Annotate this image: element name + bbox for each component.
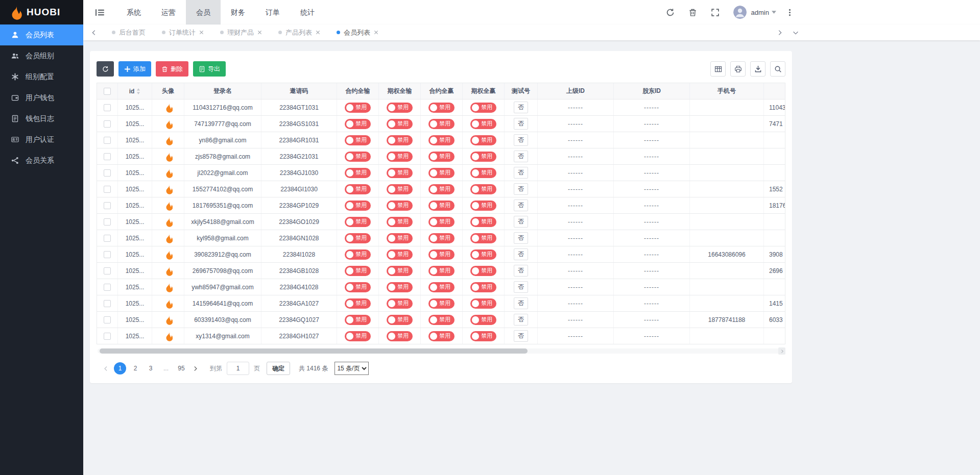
more-options-icon[interactable] xyxy=(785,8,794,17)
status-badge[interactable]: 禁用 xyxy=(345,184,371,194)
status-badge[interactable]: 禁用 xyxy=(428,152,455,162)
add-button[interactable]: 添加 xyxy=(118,61,151,77)
status-badge[interactable]: 禁用 xyxy=(428,266,455,276)
select-all-checkbox[interactable] xyxy=(104,88,111,95)
status-badge[interactable]: 禁用 xyxy=(428,119,455,129)
status-badge[interactable]: 禁用 xyxy=(470,184,496,194)
status-badge[interactable]: 禁用 xyxy=(428,331,455,341)
row-checkbox[interactable] xyxy=(104,186,111,193)
status-badge[interactable]: 禁用 xyxy=(387,266,413,276)
status-badge[interactable]: 禁用 xyxy=(428,135,455,145)
status-badge[interactable]: 禁用 xyxy=(428,315,455,325)
test-flag-button[interactable]: 否 xyxy=(514,330,528,342)
download-button[interactable] xyxy=(750,61,766,77)
scrollbar-thumb[interactable] xyxy=(100,348,528,354)
topnav-item-6[interactable]: 统计 xyxy=(290,0,325,24)
status-badge[interactable]: 禁用 xyxy=(345,331,371,341)
status-badge[interactable]: 禁用 xyxy=(470,331,496,341)
row-checkbox[interactable] xyxy=(104,316,111,323)
row-checkbox[interactable] xyxy=(104,300,111,307)
sidebar-item-1[interactable]: 会员列表 xyxy=(0,24,83,45)
status-badge[interactable]: 禁用 xyxy=(345,249,371,260)
tab-2[interactable]: 订单统计 xyxy=(154,24,212,40)
tab-3[interactable]: 理财产品 xyxy=(212,24,270,40)
row-checkbox[interactable] xyxy=(104,333,111,340)
tab-close-icon[interactable] xyxy=(199,30,204,35)
test-flag-button[interactable]: 否 xyxy=(514,134,528,146)
tab-5[interactable]: 会员列表 xyxy=(328,24,387,40)
print-button[interactable] xyxy=(730,61,746,77)
status-badge[interactable]: 禁用 xyxy=(345,315,371,325)
status-badge[interactable]: 禁用 xyxy=(387,298,413,309)
column-header-id[interactable]: id xyxy=(118,83,152,99)
avatar-flame-icon[interactable] xyxy=(164,103,173,113)
row-checkbox[interactable] xyxy=(104,251,111,258)
row-checkbox[interactable] xyxy=(104,104,111,111)
avatar-flame-icon[interactable] xyxy=(164,282,173,292)
status-badge[interactable]: 禁用 xyxy=(387,217,413,227)
avatar-flame-icon[interactable] xyxy=(164,249,173,260)
test-flag-button[interactable]: 否 xyxy=(514,167,528,179)
status-badge[interactable]: 禁用 xyxy=(387,184,413,194)
tab-4[interactable]: 产品列表 xyxy=(270,24,328,40)
row-checkbox[interactable] xyxy=(104,284,111,291)
test-flag-button[interactable]: 否 xyxy=(514,314,528,326)
test-flag-button[interactable]: 否 xyxy=(514,265,528,277)
status-badge[interactable]: 禁用 xyxy=(470,233,496,243)
sidebar-item-4[interactable]: 用户钱包 xyxy=(0,87,83,108)
status-badge[interactable]: 禁用 xyxy=(470,119,496,129)
status-badge[interactable]: 禁用 xyxy=(387,315,413,325)
status-badge[interactable]: 禁用 xyxy=(345,119,371,129)
status-badge[interactable]: 禁用 xyxy=(345,233,371,243)
tabs-scroll-right-icon[interactable] xyxy=(776,29,783,36)
test-flag-button[interactable]: 否 xyxy=(514,216,528,228)
status-badge[interactable]: 禁用 xyxy=(470,315,496,325)
avatar-flame-icon[interactable] xyxy=(164,152,173,162)
status-badge[interactable]: 禁用 xyxy=(428,249,455,260)
topnav-item-4[interactable]: 财务 xyxy=(221,0,255,24)
avatar-flame-icon[interactable] xyxy=(164,315,173,325)
status-badge[interactable]: 禁用 xyxy=(345,152,371,162)
collapse-menu-icon[interactable] xyxy=(95,8,104,17)
test-flag-button[interactable]: 否 xyxy=(514,297,528,309)
horizontal-scrollbar[interactable] xyxy=(98,348,784,354)
status-badge[interactable]: 禁用 xyxy=(387,168,413,178)
avatar-flame-icon[interactable] xyxy=(164,233,173,243)
status-badge[interactable]: 禁用 xyxy=(428,233,455,243)
user-name[interactable]: admin xyxy=(751,9,769,16)
row-checkbox[interactable] xyxy=(104,153,111,160)
test-flag-button[interactable]: 否 xyxy=(514,199,528,211)
status-badge[interactable]: 禁用 xyxy=(428,168,455,178)
status-badge[interactable]: 禁用 xyxy=(428,282,455,292)
sidebar-item-5[interactable]: 钱包日志 xyxy=(0,108,83,129)
avatar-flame-icon[interactable] xyxy=(164,217,173,227)
avatar-flame-icon[interactable] xyxy=(164,266,173,276)
refresh-icon[interactable] xyxy=(666,8,675,17)
avatar-flame-icon[interactable] xyxy=(164,135,173,145)
status-badge[interactable]: 禁用 xyxy=(470,201,496,211)
row-checkbox[interactable] xyxy=(104,218,111,226)
test-flag-button[interactable]: 否 xyxy=(514,118,528,130)
confirm-button[interactable]: 确定 xyxy=(267,362,290,375)
status-badge[interactable]: 禁用 xyxy=(387,249,413,260)
sidebar-item-3[interactable]: 组别配置 xyxy=(0,66,83,87)
avatar-flame-icon[interactable] xyxy=(164,201,173,211)
sort-icon[interactable] xyxy=(136,88,140,94)
status-badge[interactable]: 禁用 xyxy=(345,135,371,145)
avatar-flame-icon[interactable] xyxy=(164,331,173,341)
status-badge[interactable]: 禁用 xyxy=(387,201,413,211)
status-badge[interactable]: 禁用 xyxy=(428,103,455,113)
status-badge[interactable]: 禁用 xyxy=(387,119,413,129)
sidebar-item-2[interactable]: 会员组别 xyxy=(0,45,83,66)
page-button-3[interactable]: 3 xyxy=(145,362,157,374)
caret-down-icon[interactable] xyxy=(772,11,776,14)
status-badge[interactable]: 禁用 xyxy=(470,266,496,276)
status-badge[interactable]: 禁用 xyxy=(387,152,413,162)
page-size-select[interactable]: 15 条/页 xyxy=(334,362,369,375)
test-flag-button[interactable]: 否 xyxy=(514,248,528,260)
avatar-flame-icon[interactable] xyxy=(164,184,173,194)
next-page-icon[interactable] xyxy=(192,365,199,372)
search-button[interactable] xyxy=(770,61,785,77)
status-badge[interactable]: 禁用 xyxy=(470,249,496,260)
status-badge[interactable]: 禁用 xyxy=(428,217,455,227)
